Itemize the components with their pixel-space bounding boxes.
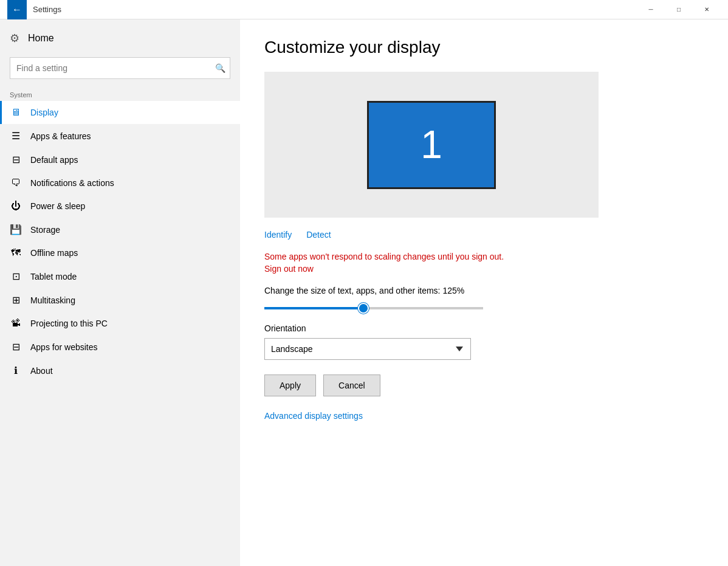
sidebar-item-projecting[interactable]: 📽 Projecting to this PC [0,312,240,335]
close-button[interactable]: ✕ [693,0,721,19]
app-container: ⚙ Home 🔍 System 🖥 Display ☰ Apps & featu… [0,19,728,566]
sidebar-item-offline-maps[interactable]: 🗺 Offline maps [0,241,240,264]
tablet-mode-icon: ⊡ [10,271,22,282]
sidebar-section-label: System [0,86,240,101]
sidebar-item-multitasking[interactable]: ⊞ Multitasking [0,288,240,312]
home-label: Home [28,33,54,44]
sidebar-item-default-apps-label: Default apps [30,155,78,165]
cancel-button[interactable]: Cancel [323,374,380,396]
sidebar-item-apps-websites[interactable]: ⊟ Apps for websites [0,335,240,359]
sidebar-item-tablet-mode-label: Tablet mode [30,272,77,281]
sidebar-item-storage-label: Storage [30,225,60,235]
sidebar-item-about-label: About [30,366,53,376]
sidebar-item-power-sleep-label: Power & sleep [30,201,85,211]
sidebar-nav-list: 🖥 Display ☰ Apps & features ⊟ Default ap… [0,101,240,566]
scaling-slider[interactable] [264,307,483,309]
home-nav-item[interactable]: ⚙ Home [0,19,240,52]
sidebar-item-display[interactable]: 🖥 Display [0,101,240,124]
projecting-icon: 📽 [10,318,22,329]
sidebar-item-apps-features[interactable]: ☰ Apps & features [0,124,240,148]
sidebar-item-power-sleep[interactable]: ⏻ Power & sleep [0,195,240,218]
main-content: Customize your display 1 Identify Detect… [240,19,728,566]
window-controls: ─ □ ✕ [637,0,721,19]
storage-icon: 💾 [10,224,22,235]
orientation-label: Orientation [264,323,704,333]
sidebar: ⚙ Home 🔍 System 🖥 Display ☰ Apps & featu… [0,19,240,566]
page-title: Customize your display [264,38,704,57]
display-preview: 1 [264,72,599,218]
notifications-icon: 🗨 [10,178,22,188]
sidebar-item-notifications-label: Notifications & actions [30,178,114,188]
sidebar-item-default-apps[interactable]: ⊟ Default apps [0,148,240,171]
offline-maps-icon: 🗺 [10,247,22,258]
scaling-slider-container [264,302,483,311]
maximize-icon: □ [677,6,681,13]
close-icon: ✕ [704,6,709,13]
sidebar-item-offline-maps-label: Offline maps [30,248,78,258]
sidebar-item-multitasking-label: Multitasking [30,295,75,305]
sidebar-item-about[interactable]: ℹ About [0,359,240,382]
advanced-display-settings-link[interactable]: Advanced display settings [264,411,363,421]
multitasking-icon: ⊞ [10,294,22,306]
search-box: 🔍 [10,57,230,79]
sidebar-item-display-label: Display [30,108,58,117]
action-buttons-row: Apply Cancel [264,374,704,396]
orientation-select[interactable]: Landscape Portrait Landscape (flipped) P… [264,338,471,360]
titlebar-title: Settings [33,5,61,14]
sidebar-item-tablet-mode[interactable]: ⊡ Tablet mode [0,264,240,288]
sidebar-item-notifications[interactable]: 🗨 Notifications & actions [0,171,240,195]
back-button[interactable]: ← [7,0,27,19]
search-input[interactable] [10,57,230,79]
power-sleep-icon: ⏻ [10,201,22,212]
default-apps-icon: ⊟ [10,154,22,165]
about-icon: ℹ [10,365,22,376]
identify-button[interactable]: Identify [264,230,292,240]
minimize-button[interactable]: ─ [637,0,665,19]
apply-button[interactable]: Apply [264,374,316,396]
display-links-row: Identify Detect [264,230,704,240]
minimize-icon: ─ [648,6,653,13]
apps-websites-icon: ⊟ [10,341,22,353]
sidebar-item-apps-features-label: Apps & features [30,131,91,141]
maximize-button[interactable]: □ [665,0,693,19]
monitor-display: 1 [367,101,496,189]
scaling-label: Change the size of text, apps, and other… [264,286,704,295]
sign-out-link[interactable]: Sign out now [264,264,704,274]
search-icon[interactable]: 🔍 [215,63,225,73]
scaling-warning-text: Some apps won't respond to scaling chang… [264,252,704,261]
sidebar-item-projecting-label: Projecting to this PC [30,319,108,328]
detect-button[interactable]: Detect [306,230,331,240]
sidebar-item-apps-websites-label: Apps for websites [30,342,98,352]
home-icon: ⚙ [10,32,19,45]
back-icon: ← [12,4,22,15]
monitor-number: 1 [421,122,442,167]
apps-features-icon: ☰ [10,130,22,142]
display-icon: 🖥 [10,107,22,118]
sidebar-item-storage[interactable]: 💾 Storage [0,218,240,241]
titlebar: ← Settings ─ □ ✕ [0,0,728,19]
